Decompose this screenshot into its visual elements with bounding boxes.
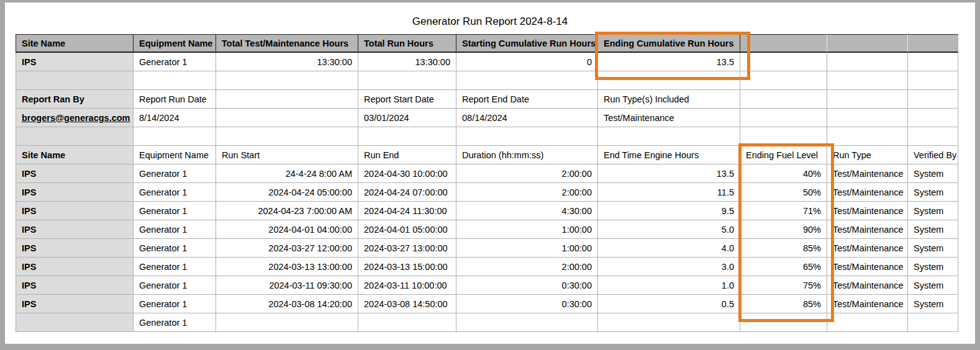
empty-cell xyxy=(908,109,958,127)
run-site-name: IPS xyxy=(16,258,134,276)
empty-cell xyxy=(598,71,740,90)
run-site-name: IPS xyxy=(16,164,134,183)
empty-cell xyxy=(598,127,740,146)
run-equipment-name: Generator 1 xyxy=(134,164,216,183)
run-engine-hours: 9.5 xyxy=(598,202,740,220)
run-end: 2024-04-24 07:00:00 xyxy=(358,183,456,202)
empty-cell xyxy=(216,71,358,90)
run-site-name: IPS xyxy=(16,276,134,295)
run-start: 24-4-24 8:00 AM xyxy=(216,164,358,183)
run-engine-hours: 5.0 xyxy=(598,220,740,239)
run-start: 2024-03-27 12:00:00 xyxy=(216,239,358,258)
empty-cell xyxy=(456,127,598,146)
meta-report-start-date: 03/01/2024 xyxy=(358,109,456,127)
summary-header-total-run-hours: Total Run Hours xyxy=(358,34,456,53)
empty-cell xyxy=(456,71,598,90)
run-end: 2024-03-13 15:00:00 xyxy=(358,258,456,276)
summary-header-starting-cumulative-run-hours: Starting Cumulative Run Hours xyxy=(456,34,598,53)
trailing-equipment-name: Generator 1 xyxy=(134,313,216,332)
meta-label-run-types-included: Run Type(s) Included xyxy=(598,90,740,109)
run-end: 2024-04-01 05:00:00 xyxy=(358,220,456,239)
run-start: 2024-04-01 04:00:00 xyxy=(216,220,358,239)
empty-cell xyxy=(908,53,958,71)
run-engine-hours: 13.5 xyxy=(598,164,740,183)
run-verified-by: System xyxy=(908,295,958,313)
run-verified-by: System xyxy=(908,258,958,276)
report-ran-by-link[interactable]: brogers@generacgs.com xyxy=(16,109,134,127)
run-type: Test/Maintenance xyxy=(827,164,908,183)
run-verified-by: System xyxy=(908,164,958,183)
summary-header-empty xyxy=(908,34,958,53)
empty-cell xyxy=(740,71,827,90)
run-duration: 2:00:00 xyxy=(456,164,598,183)
run-duration: 2:00:00 xyxy=(456,183,598,202)
run-duration: 0:30:00 xyxy=(456,276,598,295)
run-engine-hours: 4.0 xyxy=(598,239,740,258)
runs-header-ending-fuel-level: Ending Fuel Level xyxy=(740,146,827,164)
empty-cell xyxy=(216,313,358,332)
run-fuel-level: 40% xyxy=(740,164,827,183)
empty-cell xyxy=(16,71,134,90)
run-start: 2024-03-13 13:00:00 xyxy=(216,258,358,276)
meta-label-report-start-date: Report Start Date xyxy=(358,90,456,109)
run-end: 2024-04-24 11:30:00 xyxy=(358,202,456,220)
run-engine-hours: 0.5 xyxy=(598,295,740,313)
run-duration: 1:00:00 xyxy=(456,220,598,239)
empty-cell xyxy=(598,313,740,332)
run-site-name: IPS xyxy=(16,239,134,258)
empty-cell xyxy=(827,90,908,109)
run-end: 2024-03-08 14:50:00 xyxy=(358,295,456,313)
summary-header-empty xyxy=(827,34,908,53)
empty-cell xyxy=(740,313,827,332)
meta-report-end-date: 08/14/2024 xyxy=(456,109,598,127)
run-start: 2024-04-23 7:00:00 AM xyxy=(216,202,358,220)
run-type: Test/Maintenance xyxy=(827,276,908,295)
run-fuel-level: 85% xyxy=(740,295,827,313)
runs-header-run-start: Run Start xyxy=(216,146,358,164)
runs-header-site-name: Site Name xyxy=(16,146,134,164)
empty-cell xyxy=(358,127,456,146)
summary-total-run-hours: 13:30:00 xyxy=(358,53,456,71)
run-end: 2024-03-27 13:00:00 xyxy=(358,239,456,258)
runs-header-run-type: Run Type xyxy=(827,146,908,164)
run-end: 2024-03-11 10:00:00 xyxy=(358,276,456,295)
summary-ending-cumulative-run-hours: 13.5 xyxy=(598,53,740,71)
run-engine-hours: 3.0 xyxy=(598,258,740,276)
runs-header-verified-by: Verified By xyxy=(908,146,958,164)
run-equipment-name: Generator 1 xyxy=(134,183,216,202)
empty-cell xyxy=(134,71,216,90)
empty-cell xyxy=(740,53,827,71)
summary-header-ending-cumulative-run-hours: Ending Cumulative Run Hours xyxy=(598,34,740,53)
run-site-name: IPS xyxy=(16,183,134,202)
run-type: Test/Maintenance xyxy=(827,239,908,258)
empty-cell xyxy=(827,71,908,90)
run-fuel-level: 71% xyxy=(740,202,827,220)
empty-cell xyxy=(740,109,827,127)
run-duration: 4:30:00 xyxy=(456,202,598,220)
empty-cell xyxy=(908,71,958,90)
run-duration: 1:00:00 xyxy=(456,239,598,258)
run-fuel-level: 65% xyxy=(740,258,827,276)
run-fuel-level: 90% xyxy=(740,220,827,239)
summary-header-site-name: Site Name xyxy=(16,34,134,53)
empty-cell xyxy=(216,127,358,146)
run-duration: 0:30:00 xyxy=(456,295,598,313)
run-fuel-level: 85% xyxy=(740,239,827,258)
run-fuel-level: 75% xyxy=(740,276,827,295)
empty-cell xyxy=(358,71,456,90)
report-title: Generator Run Report 2024-8-14 xyxy=(5,16,975,28)
run-fuel-level: 50% xyxy=(740,183,827,202)
empty-cell xyxy=(216,109,358,127)
run-verified-by: System xyxy=(908,220,958,239)
meta-label-report-run-date: Report Run Date xyxy=(134,90,216,109)
run-equipment-name: Generator 1 xyxy=(134,276,216,295)
run-type: Test/Maintenance xyxy=(827,295,908,313)
run-engine-hours: 11.5 xyxy=(598,183,740,202)
empty-cell xyxy=(216,90,358,109)
empty-cell xyxy=(827,313,908,332)
empty-cell xyxy=(456,313,598,332)
run-equipment-name: Generator 1 xyxy=(134,239,216,258)
report-window: Generator Run Report 2024-8-14 Site Name… xyxy=(0,0,980,350)
run-type: Test/Maintenance xyxy=(827,183,908,202)
run-type: Test/Maintenance xyxy=(827,258,908,276)
